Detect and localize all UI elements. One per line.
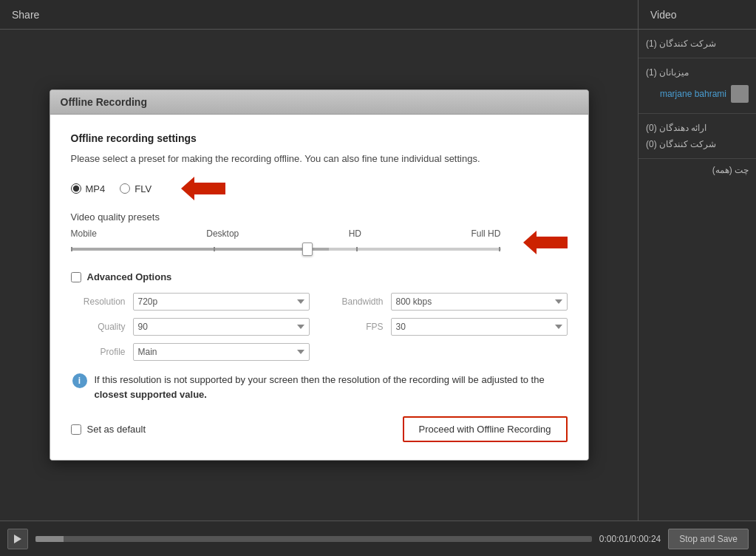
advanced-options-section: Advanced Options Resolution 720p 480p 10…: [71, 271, 568, 361]
options-grid: Resolution 720p 480p 1080p Bandwidth: [71, 293, 568, 361]
share-section-label: Share: [0, 0, 638, 29]
tick-desktop: [214, 247, 215, 251]
slider-arrow-icon: [523, 231, 568, 254]
bandwidth-select[interactable]: 800 kbps 500 kbps 1000 kbps: [391, 293, 568, 311]
participants-label: شرکت کنندگان (1): [646, 38, 716, 49]
quality-field-label: Quality: [74, 322, 126, 332]
resolution-row: Resolution 720p 480p 1080p: [74, 293, 310, 311]
tick-mobile: [71, 247, 72, 251]
right-sidebar: شرکت کنندگان (1) میزبانان (1) marjane ba…: [638, 30, 756, 521]
proceed-button[interactable]: Proceed with Offline Recording: [403, 416, 568, 442]
offline-recording-modal: Offline Recording Offline recording sett…: [50, 89, 589, 461]
presenters-label: ارائه دهندگان (0): [646, 123, 706, 133]
default-checkbox-row: Set as default: [71, 424, 146, 435]
profile-select[interactable]: Main Baseline High: [133, 343, 310, 361]
modal-footer: Set as default Proceed with Offline Reco…: [71, 413, 568, 442]
attendees-item: شرکت کنندگان (0): [646, 136, 749, 152]
format-arrow-icon: [181, 177, 225, 200]
participants-section: شرکت کنندگان (1): [638, 30, 756, 58]
video-label: Video: [650, 9, 677, 21]
settings-title: Offline recording settings: [71, 132, 568, 144]
share-label: Share: [12, 9, 39, 21]
hd-label: HD: [349, 228, 361, 239]
slider-ticks: [71, 247, 501, 251]
fps-select[interactable]: 30 15 24: [391, 318, 568, 336]
top-bar: Share Video: [0, 0, 756, 30]
quality-presets-label: Video quality presets: [71, 211, 568, 223]
slider-labels: Mobile Desktop HD Full HD: [71, 228, 501, 239]
fps-row: FPS 30 15 24: [332, 318, 568, 336]
main-layout: Offline Recording Offline recording sett…: [0, 30, 756, 521]
mp4-radio[interactable]: [71, 183, 81, 194]
resolution-select[interactable]: 720p 480p 1080p: [133, 293, 310, 311]
slider-thumb[interactable]: [302, 243, 313, 256]
attendees-label: شرکت کنندگان (0): [646, 139, 716, 149]
set-default-checkbox[interactable]: [71, 424, 81, 435]
arrow-body: [192, 183, 225, 194]
presenters-item: ارائه دهندگان (0): [646, 120, 749, 136]
advanced-options-checkbox[interactable]: [71, 272, 81, 282]
mp4-option[interactable]: MP4: [71, 183, 106, 194]
profile-row: Profile Main Baseline High: [74, 343, 310, 361]
advanced-checkbox-row: Advanced Options: [71, 271, 568, 282]
quality-select[interactable]: 90 70 50: [133, 318, 310, 336]
progress-bar[interactable]: [35, 536, 592, 542]
settings-desc: Please select a preset for making the re…: [71, 152, 568, 166]
user-name: marjane bahrami: [660, 89, 726, 99]
info-text: If this resolution is not supported by y…: [95, 373, 566, 401]
desktop-label: Desktop: [206, 228, 239, 239]
quality-field-row: Quality 90 70 50: [74, 318, 310, 336]
modal-body: Offline recording settings Please select…: [50, 115, 588, 461]
tick-fullhd: [499, 247, 500, 251]
play-icon: [14, 535, 21, 543]
presenters-section: ارائه دهندگان (0) شرکت کنندگان (0): [638, 114, 756, 159]
profile-label: Profile: [74, 347, 126, 357]
fps-label: FPS: [332, 322, 384, 332]
info-section: i If this resolution is not supported by…: [71, 373, 568, 401]
participants-item: شرکت کنندگان (1): [646, 35, 749, 52]
chat-section: چت (همه): [638, 159, 756, 521]
arrow-body-2: [534, 237, 568, 248]
bandwidth-row: Bandwidth 800 kbps 500 kbps 1000 kbps: [332, 293, 568, 311]
user-row: marjane bahrami: [646, 81, 749, 107]
slider-arrow: [523, 231, 568, 254]
flv-radio[interactable]: [120, 183, 130, 194]
slider-section: Mobile Desktop HD Full HD: [71, 228, 501, 257]
bottom-bar: 0:00:01/0:00:24 Stop and Save: [0, 521, 756, 556]
modal-title-bar: Offline Recording: [50, 90, 588, 115]
quality-slider-track[interactable]: [71, 242, 501, 257]
chat-label: چت (همه): [646, 165, 749, 175]
play-button[interactable]: [7, 529, 28, 549]
avatar: [731, 85, 749, 103]
modal-overlay: Offline Recording Offline recording sett…: [0, 30, 638, 521]
flv-option[interactable]: FLV: [120, 183, 151, 194]
main-content-area: Offline Recording Offline recording sett…: [0, 30, 638, 521]
progress-bar-fill: [35, 536, 64, 542]
hosts-section: میزبانان (1) marjane bahrami: [638, 58, 756, 114]
flv-label: FLV: [134, 183, 151, 194]
hosts-label: میزبانان (1): [646, 67, 689, 78]
time-display: 0:00:01/0:00:24: [599, 534, 661, 544]
resolution-label: Resolution: [74, 296, 126, 307]
advanced-options-label: Advanced Options: [87, 271, 172, 282]
set-default-label: Set as default: [87, 424, 146, 435]
modal-title: Offline Recording: [61, 96, 147, 108]
info-icon: i: [72, 373, 87, 388]
tick-hd: [356, 247, 358, 251]
stop-save-button[interactable]: Stop and Save: [668, 529, 749, 549]
video-section-label: Video: [638, 0, 756, 29]
hosts-item: میزبانان (1): [646, 64, 749, 81]
slider-container: Mobile Desktop HD Full HD: [71, 228, 568, 257]
mp4-label: MP4: [86, 183, 106, 194]
bandwidth-label: Bandwidth: [332, 296, 384, 307]
format-radio-group: MP4 FLV: [71, 177, 568, 200]
svg-marker-0: [14, 535, 21, 543]
fullhd-label: Full HD: [471, 228, 500, 239]
mobile-label: Mobile: [71, 228, 97, 239]
